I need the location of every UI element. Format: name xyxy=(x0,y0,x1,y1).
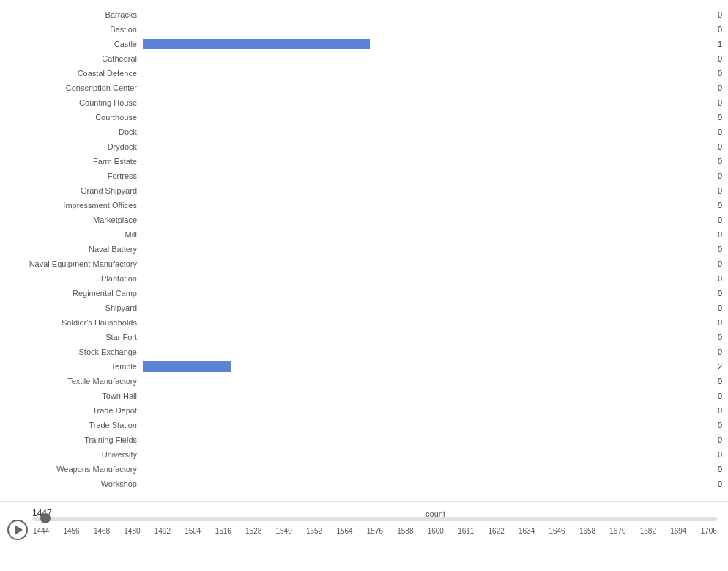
timeline-year-label: 1504 xyxy=(185,527,201,535)
timeline-year-label: 1516 xyxy=(215,527,231,535)
bar-value-label: 0 xyxy=(718,201,728,210)
bar-row: Coastal Defence0 xyxy=(0,66,728,81)
bar-value-label: 2 xyxy=(718,362,728,371)
bar-value-label: 0 xyxy=(718,406,728,415)
bar-label: Conscription Center xyxy=(0,84,143,92)
bar-track xyxy=(143,39,715,49)
bar-row: Regimental Camp0 xyxy=(0,286,728,301)
bar-value-label: 0 xyxy=(718,172,728,180)
bar-track xyxy=(143,83,715,93)
bar-row: Training Fields0 xyxy=(0,432,728,447)
bar-row: Weapons Manufactory0 xyxy=(0,462,728,476)
timeline-year-label: 1492 xyxy=(155,527,171,535)
timeline-year-label: 1634 xyxy=(519,527,535,535)
bar-track xyxy=(143,244,715,254)
bar-value-label: 0 xyxy=(718,230,728,239)
timeline-year-label: 1480 xyxy=(124,527,140,535)
timeline-year-label: 1468 xyxy=(94,527,110,535)
play-icon xyxy=(15,525,23,535)
bar-track xyxy=(143,347,715,357)
bar-track xyxy=(143,405,715,416)
bar-value-label: 0 xyxy=(718,84,728,92)
bar-label: Textile Manufactory xyxy=(0,377,143,386)
bar-value-label: 0 xyxy=(718,157,728,166)
bar-row: Conscription Center0 xyxy=(0,81,728,95)
bar-value-label: 0 xyxy=(718,289,728,298)
bar-value-label: 0 xyxy=(718,25,728,34)
bar-label: Stock Exchange xyxy=(0,347,143,356)
bar-row: Mill0 xyxy=(0,227,728,242)
bar-value-label: 0 xyxy=(718,391,728,400)
bar-track xyxy=(143,435,715,445)
bar-track xyxy=(143,361,715,372)
timeline-year-label: 1600 xyxy=(428,527,444,535)
bar-row: Courthouse0 xyxy=(0,110,728,125)
bar-track xyxy=(143,317,715,328)
bar-row: Barracks0 xyxy=(0,7,728,22)
bar-track xyxy=(143,112,715,122)
bar-label: Farm Estate xyxy=(0,157,143,166)
bar-track xyxy=(143,332,715,342)
timeline-year-label: 1576 xyxy=(367,527,383,535)
bar-value-label: 0 xyxy=(718,318,728,327)
bar-track xyxy=(143,391,715,401)
timeline-year-label: 1588 xyxy=(397,527,413,535)
timeline-year-label: 1540 xyxy=(276,527,292,535)
bar-row: Temple2 xyxy=(0,359,728,374)
bar-row: Bastion0 xyxy=(0,22,728,37)
bar-row: Trade Depot0 xyxy=(0,403,728,418)
timeline-year-label: 1706 xyxy=(701,527,717,535)
bar-label: Castle xyxy=(0,40,143,48)
bar-value-label: 0 xyxy=(718,54,728,63)
play-button[interactable] xyxy=(7,520,28,540)
bar-row: Naval Battery0 xyxy=(0,242,728,257)
bar-track xyxy=(143,68,715,78)
bar-label: Regimental Camp xyxy=(0,289,143,298)
bar-fill xyxy=(143,39,370,49)
bar-track xyxy=(143,464,715,474)
timeline-year-label: 1670 xyxy=(609,527,625,535)
timeline-labels: 1444145614681480149215041516152815401552… xyxy=(33,527,717,535)
bar-label: Bastion xyxy=(0,25,143,34)
timeline-year-label: 1444 xyxy=(33,527,49,535)
timeline-year-label: 1694 xyxy=(670,527,686,535)
bar-row: Shipyard0 xyxy=(0,301,728,315)
bar-label: Impressment Offices xyxy=(0,201,143,210)
bar-label: Barracks xyxy=(0,10,143,19)
timeline-thumb[interactable] xyxy=(40,513,51,523)
bar-label: Marketplace xyxy=(0,215,143,224)
bar-value-label: 0 xyxy=(718,10,728,19)
bar-value-label: 0 xyxy=(718,347,728,356)
bar-track xyxy=(143,215,715,225)
bar-track xyxy=(143,185,715,196)
bar-row: Stock Exchange0 xyxy=(0,345,728,359)
bar-row: Counting House0 xyxy=(0,95,728,110)
timeline-track[interactable] xyxy=(33,517,717,521)
bar-label: Trade Station xyxy=(0,421,143,430)
bar-row: Town Hall0 xyxy=(0,388,728,403)
bar-track xyxy=(143,141,715,152)
bar-value-label: 0 xyxy=(718,128,728,136)
bar-label: Weapons Manufactory xyxy=(0,465,143,474)
bar-row: Soldier's Households0 xyxy=(0,315,728,330)
bar-value-label: 0 xyxy=(718,465,728,474)
bar-row: Star Fort0 xyxy=(0,330,728,345)
bar-value-label: 0 xyxy=(718,303,728,312)
bar-track xyxy=(143,10,715,20)
bar-value-label: 0 xyxy=(718,274,728,283)
bar-label: Dock xyxy=(0,128,143,136)
bar-row: Drydock0 xyxy=(0,139,728,154)
timeline-year-label: 1682 xyxy=(640,527,656,535)
bar-label: Soldier's Households xyxy=(0,318,143,327)
bar-value-label: 1 xyxy=(718,40,728,48)
bar-label: Town Hall xyxy=(0,391,143,400)
bar-track xyxy=(143,273,715,284)
bar-value-label: 0 xyxy=(718,421,728,430)
bar-label: Coastal Defence xyxy=(0,69,143,78)
timeline-year-label: 1658 xyxy=(579,527,595,535)
bar-track xyxy=(143,54,715,64)
bar-track xyxy=(143,24,715,34)
bar-row: Trade Station0 xyxy=(0,418,728,432)
bar-value-label: 0 xyxy=(718,215,728,224)
bar-value-label: 0 xyxy=(718,69,728,78)
